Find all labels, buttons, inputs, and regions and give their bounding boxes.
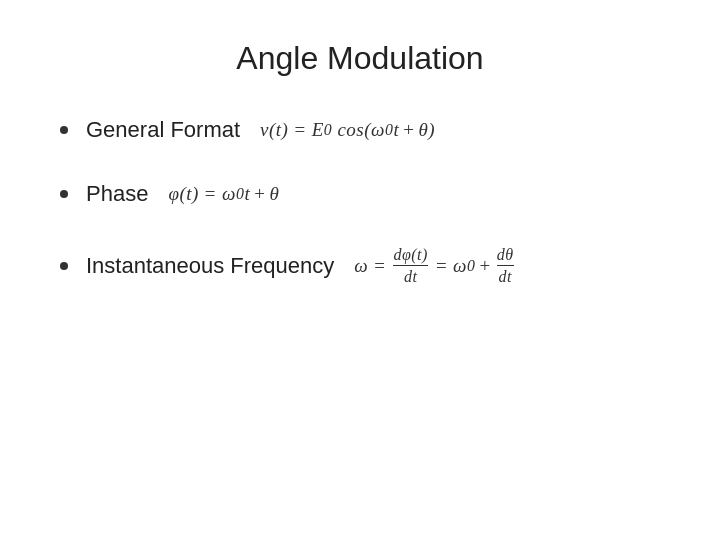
- bullet-dot: [60, 190, 68, 198]
- bullet-list: General Format v(t) = E0 cos(ω0t + θ) Ph…: [60, 117, 660, 324]
- list-item: Phase φ(t) = ω0t + θ: [60, 181, 660, 207]
- formula-phase: φ(t) = ω0t + θ: [168, 183, 279, 205]
- slide-title: Angle Modulation: [60, 40, 660, 77]
- bullet-label: General Format: [86, 117, 240, 143]
- formula-freq: ω = dφ(t) dt = ω0 + dθ dt: [354, 245, 515, 286]
- bullet-dot: [60, 126, 68, 134]
- bullet-label: Instantaneous Frequency: [86, 253, 334, 279]
- formula-general: v(t) = E0 cos(ω0t + θ): [260, 119, 435, 141]
- bullet-label: Phase: [86, 181, 148, 207]
- bullet-dot: [60, 262, 68, 270]
- list-item: General Format v(t) = E0 cos(ω0t + θ): [60, 117, 660, 143]
- slide: Angle Modulation General Format v(t) = E…: [0, 0, 720, 540]
- list-item: Instantaneous Frequency ω = dφ(t) dt = ω…: [60, 245, 660, 286]
